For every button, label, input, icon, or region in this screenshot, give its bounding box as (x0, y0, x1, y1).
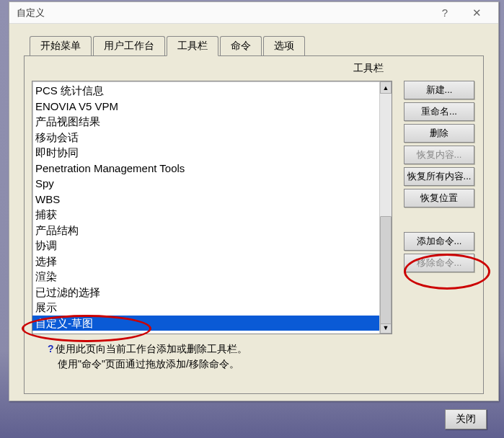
list-item[interactable]: PCS 统计信息 (32, 83, 379, 99)
tab-start-menu[interactable]: 开始菜单 (30, 36, 92, 55)
list-item[interactable]: 产品结构 (32, 223, 379, 238)
tabs: 开始菜单 用户工作台 工具栏 命令 选项 (30, 37, 498, 55)
restore-pos-button[interactable]: 恢复位置 (404, 189, 474, 207)
list-item[interactable]: 移动会话 (32, 130, 379, 146)
titlebar: 自定义 ? ✕ (9, 2, 498, 24)
list-item[interactable]: 产品视图结果 (32, 114, 379, 130)
list-item[interactable]: 渲染 (32, 269, 379, 285)
new-button[interactable]: 新建... (404, 81, 474, 99)
help-text: ?使用此页向当前工作台添加或删除工具栏。 使用"命令"页面通过拖放添加/移除命令… (48, 341, 476, 372)
customize-dialog: 自定义 ? ✕ 开始菜单 用户工作台 工具栏 命令 选项 工具栏 PCS 统计信… (9, 1, 499, 401)
list-item[interactable]: WBS (32, 192, 379, 207)
close-icon[interactable]: ✕ (461, 3, 492, 23)
content-frame: 工具栏 PCS 统计信息 ENOVIA V5 VPM 产品视图结果 移动会话 即… (24, 55, 484, 394)
list-item[interactable]: 即时协同 (32, 145, 379, 161)
help-qmark-icon: ? (48, 343, 54, 354)
scrollbar[interactable]: ▲ ▼ (379, 81, 392, 334)
help-icon[interactable]: ? (429, 3, 461, 23)
toolbar-listbox[interactable]: PCS 统计信息 ENOVIA V5 VPM 产品视图结果 移动会话 即时协同 … (32, 81, 392, 334)
list-item[interactable]: Penetration Management Tools (32, 161, 379, 176)
help-line2: 使用"命令"页面通过拖放添加/移除命令。 (58, 357, 476, 372)
tab-toolbar[interactable]: 工具栏 (167, 36, 218, 56)
list-item[interactable]: ENOVIA V5 VPM (32, 99, 379, 115)
scroll-thumb[interactable] (380, 216, 392, 324)
tab-command[interactable]: 命令 (220, 36, 262, 55)
scroll-track[interactable] (380, 94, 392, 321)
close-button[interactable]: 关闭 (445, 409, 487, 429)
list-item[interactable]: 选择 (32, 254, 379, 269)
restore-all-button[interactable]: 恢复所有内容... (404, 167, 474, 186)
remove-command-button[interactable]: 移除命令... (404, 254, 474, 272)
list-item[interactable]: 展示 (32, 300, 379, 316)
list-item[interactable]: 捕获 (32, 207, 379, 223)
section-label: 工具栏 (353, 62, 384, 75)
list-item[interactable]: 已过滤的选择 (32, 285, 379, 300)
scroll-up-icon[interactable]: ▲ (380, 81, 392, 94)
list-item[interactable]: Spy (32, 176, 379, 192)
help-line1: 使用此页向当前工作台添加或删除工具栏。 (56, 343, 247, 354)
restore-content-button[interactable]: 恢复内容... (404, 146, 474, 164)
rename-button[interactable]: 重命名... (404, 102, 474, 121)
delete-button[interactable]: 删除 (404, 124, 474, 143)
dialog-title: 自定义 (17, 6, 429, 19)
list-item[interactable]: 自定义-草图 (32, 316, 379, 331)
list-item[interactable]: 协调 (32, 238, 379, 254)
tab-options[interactable]: 选项 (263, 36, 305, 55)
sidebar-buttons: 新建... 重命名... 删除 恢复内容... 恢复所有内容... 恢复位置 添… (404, 81, 474, 334)
add-command-button[interactable]: 添加命令... (404, 232, 474, 251)
tab-user-workbench[interactable]: 用户工作台 (93, 36, 165, 55)
